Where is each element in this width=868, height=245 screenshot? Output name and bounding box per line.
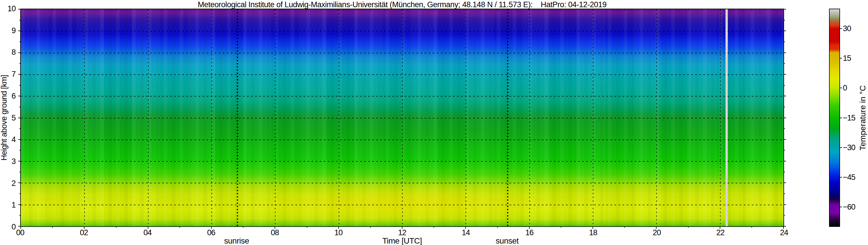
below-axis-annotations: sunrise Time [UTC] sunset bbox=[20, 236, 784, 245]
colorbar-title-wrap: Temperature in °C bbox=[857, 9, 868, 227]
gridline-16utc bbox=[529, 9, 530, 226]
colorbar-title: Temperature in °C bbox=[858, 85, 867, 150]
sunrise-label: sunrise bbox=[224, 236, 249, 245]
colorbar-tick-label: 0 bbox=[843, 83, 847, 93]
sunset-label: sunset bbox=[496, 236, 519, 245]
y-tick-label: 2 bbox=[11, 179, 16, 188]
gridline-08utc bbox=[275, 9, 276, 226]
x-tick-label: 14 bbox=[462, 228, 470, 237]
gridline-18utc bbox=[593, 9, 593, 226]
gridline-06utc bbox=[212, 9, 212, 226]
y-tick-label: 1 bbox=[11, 201, 16, 210]
gridline-22utc bbox=[720, 9, 721, 226]
x-tick-label: 02 bbox=[80, 228, 88, 237]
y-tick-label: 0 bbox=[11, 222, 16, 232]
y-axis-title: Height above ground [km] bbox=[0, 75, 9, 161]
chart-title: Meteorological Institute of Ludwig-Maxim… bbox=[20, 0, 784, 9]
gridline-02utc bbox=[84, 9, 85, 226]
colorbar-tick-label: −30 bbox=[843, 143, 855, 152]
colorbar-tick-label: −60 bbox=[843, 203, 855, 212]
y-tick-label: 9 bbox=[11, 26, 16, 35]
colorbar-tick-label: −15 bbox=[843, 113, 855, 122]
x-tick-label: 04 bbox=[143, 228, 151, 237]
gridline-04utc bbox=[148, 9, 149, 226]
y-axis-title-wrap: Height above ground [km] bbox=[0, 9, 9, 227]
y-tick-label: 6 bbox=[11, 92, 16, 100]
x-tick-label: 20 bbox=[653, 228, 661, 237]
y-tick-label: 7 bbox=[11, 70, 16, 79]
sunset-line bbox=[507, 9, 508, 226]
x-tick-label: 12 bbox=[398, 228, 406, 237]
x-tick-label: 22 bbox=[716, 228, 724, 237]
y-tick-label: 8 bbox=[11, 48, 16, 57]
gridline-10utc bbox=[339, 9, 339, 226]
heatmap-plot-area bbox=[20, 9, 784, 227]
x-tick-label: 06 bbox=[207, 228, 215, 237]
x-tick-label: 24 bbox=[780, 228, 788, 237]
gridline-14utc bbox=[466, 9, 466, 226]
x-tick-label: 16 bbox=[525, 228, 533, 237]
x-tick-label: 08 bbox=[271, 228, 279, 237]
sunrise-line bbox=[237, 9, 238, 226]
y-tick-label: 5 bbox=[11, 113, 16, 122]
hatpro-temperature-figure: Meteorological Institute of Ludwig-Maxim… bbox=[0, 0, 868, 245]
gridline-20utc bbox=[656, 9, 657, 226]
x-tick-label: 18 bbox=[589, 228, 597, 237]
y-tick-label: 4 bbox=[11, 135, 16, 144]
gridline-12utc bbox=[402, 9, 403, 226]
colorbar-tick-label: −45 bbox=[843, 173, 855, 182]
x-tick-label: 10 bbox=[334, 228, 342, 237]
x-axis-tick-labels: 00 02 04 06 08 10 12 14 16 18 20 22 24 bbox=[20, 228, 784, 237]
colorbar-tick-label: 30 bbox=[843, 24, 851, 33]
x-axis-title: Time [UTC] bbox=[382, 236, 422, 245]
colorbar-ticks bbox=[829, 9, 840, 227]
y-tick-label: 3 bbox=[11, 157, 16, 166]
colorbar-tick-label: 15 bbox=[843, 54, 851, 63]
x-tick-label: 00 bbox=[16, 228, 24, 237]
